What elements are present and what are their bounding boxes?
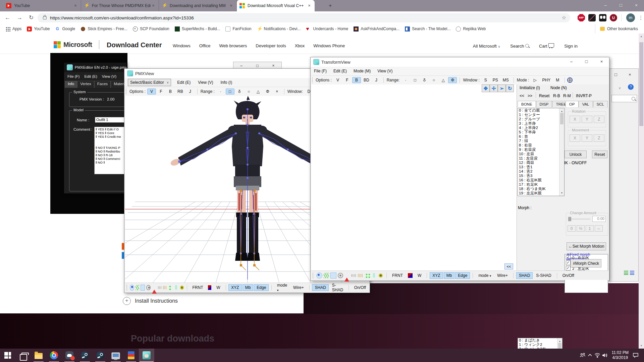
amount-preset-button[interactable]: 1 (586, 225, 594, 232)
shad-button[interactable]: SHAD (516, 272, 533, 279)
edge-button[interactable]: Edge (455, 272, 470, 279)
tray-chevron-up-icon[interactable] (586, 349, 594, 362)
bg-maximize-button[interactable]: □ (256, 63, 259, 68)
move-rotate-gizmo-icon[interactable]: ✥ (482, 84, 490, 92)
taskbar-winrar[interactable] (123, 349, 139, 362)
w-button[interactable]: W (214, 284, 223, 291)
task-view-button[interactable] (15, 349, 31, 362)
bone-list-tab[interactable]: DISP (536, 101, 552, 107)
bone-list-item[interactable]: 16 : 右足IK親 (518, 178, 559, 182)
pmx-view-menu-item[interactable]: View (V) (198, 80, 213, 85)
pmx-view-menu-item[interactable]: Info (I) (220, 80, 232, 85)
movement-axis-button[interactable]: X (570, 134, 580, 142)
reload-button[interactable]: ↻ (29, 11, 34, 24)
pmx-editor-tab[interactable]: Vertex (77, 81, 94, 88)
options-toggle[interactable]: J (186, 88, 195, 95)
color-swatch-icon[interactable] (408, 273, 413, 278)
scroll-down-icon[interactable]: ▼ (639, 344, 644, 347)
header-nav-link[interactable]: Developer tools (256, 43, 286, 48)
select-editor-dropdown[interactable]: Select/Basic Editor ∨ (128, 79, 171, 86)
bg-close-button[interactable]: × (272, 63, 275, 68)
search-button[interactable]: Search (510, 44, 529, 49)
set-morph-motion-button[interactable]: ←Set Morph Motion (567, 242, 606, 250)
tv-mode-toggle[interactable]: PHY (540, 77, 552, 83)
vertex-paint-icon[interactable] (324, 273, 329, 278)
tv-options-toggle[interactable]: V (333, 77, 342, 83)
header-nav-link[interactable]: Windows (173, 43, 191, 48)
tv-minimize-button[interactable]: – (564, 57, 579, 67)
bookmark-item[interactable]: AskFriskAndCompa... (354, 26, 399, 32)
bone-dots-icon[interactable] (365, 273, 370, 278)
tv-mode-toggle[interactable]: ▷ (531, 77, 539, 83)
volume-icon[interactable] (601, 349, 608, 362)
bookmark-item[interactable]: SCP Foundation (133, 26, 169, 32)
bookmark-item[interactable]: Apps (5, 26, 21, 32)
bone-list-item[interactable]: 6 : 首 (518, 134, 559, 139)
pmx-editor-menu-item[interactable]: Edit (E) (84, 74, 97, 78)
tab-close-icon[interactable]: × (307, 3, 312, 8)
tab-close-icon[interactable]: × (228, 3, 234, 8)
bone-list-item[interactable]: 1 : センター (518, 113, 559, 117)
pmx-editor-tab[interactable]: Info (65, 81, 77, 88)
select-radio-icon[interactable] (130, 285, 134, 291)
bookmark-item[interactable]: Search - The Model... (405, 26, 450, 32)
transform-view-menu-item[interactable]: View (V) (377, 69, 392, 73)
browser-restore-button[interactable]: □ (613, 0, 629, 11)
nav-next-button[interactable]: >> (528, 94, 532, 98)
scroll-up-icon[interactable]: ▲ (639, 35, 644, 38)
browser-tab[interactable]: Download Microsoft Visual C++ × (237, 0, 315, 11)
action-center-icon[interactable] (632, 349, 639, 362)
bookmark-item[interactable]: YouTube (27, 26, 50, 32)
range-toggle[interactable]: △ (254, 88, 263, 95)
range-toggle[interactable]: · (216, 88, 225, 95)
profile-avatar[interactable]: m (626, 13, 635, 22)
wave-icon[interactable] (158, 286, 162, 289)
movement-axis-button[interactable]: Z (594, 134, 604, 142)
vertex-paint-icon[interactable] (136, 285, 139, 290)
new-tab-button[interactable]: + (329, 3, 332, 9)
rb-button[interactable]: R-B (553, 94, 560, 98)
radio-icon[interactable] (146, 285, 150, 290)
all-microsoft-menu[interactable]: All Microsoft∨ (473, 44, 500, 49)
range-toggle[interactable]: × (273, 88, 281, 95)
eyes-extension-icon[interactable] (599, 14, 606, 21)
frag-search-input[interactable] (611, 95, 637, 102)
pmx-view-menu-item[interactable]: Edit (E) (177, 80, 191, 85)
tv-options-toggle[interactable]: F (343, 77, 352, 83)
bone-list-item[interactable]: 11 : 左目戻 (518, 156, 559, 161)
bone-list-item[interactable]: 7 : 頭 (518, 139, 559, 143)
u-extension-icon[interactable]: U (610, 14, 617, 21)
tv-window-toggle[interactable]: S (481, 77, 490, 83)
bookmark-item[interactable]: Replika Web (456, 26, 486, 32)
shad-button[interactable]: SHAD (312, 284, 328, 291)
scrollbar-thumb[interactable] (639, 42, 643, 126)
bone-list-item[interactable]: 9 : 右目戻 (518, 147, 559, 152)
amount-slider-track[interactable] (568, 219, 590, 220)
wire-button[interactable]: Wire+ (290, 284, 307, 291)
edge-button[interactable]: Edge (254, 284, 269, 291)
amount-preset-button[interactable]: 0 (568, 225, 576, 232)
bone-list-item[interactable]: 4 : 上半身2 (518, 126, 559, 130)
tv-range-toggle[interactable]: ○ (429, 77, 438, 83)
bone-list-item[interactable]: 2 : グループ (518, 117, 559, 121)
s-shad-button[interactable]: S-SHAD (533, 272, 554, 279)
taskbar-discord[interactable] (62, 349, 77, 362)
site-title[interactable]: Download Center (107, 41, 162, 49)
options-toggle[interactable]: F (157, 88, 165, 95)
pmx-editor-titlebar[interactable]: PMXEditor EN v2.0 - uige.pmx (64, 63, 126, 72)
bone-list-item[interactable]: 5 : 下半身 (518, 130, 559, 134)
bone-list-item[interactable]: 13 : 舌1 (518, 165, 559, 169)
op-tab[interactable]: VAL (579, 101, 593, 107)
tv-options-toggle[interactable]: BD (362, 77, 371, 83)
rotate-gizmo-icon[interactable]: ↻ (506, 84, 514, 92)
range-toggle[interactable]: ○ (245, 88, 253, 95)
bone-list-item[interactable]: 0 : 全ての親 (518, 108, 559, 113)
nav-prev-button[interactable]: << (520, 94, 524, 98)
weight-grid-icon[interactable] (141, 285, 145, 291)
wifi-icon[interactable] (594, 349, 601, 362)
onoff-button[interactable]: On/Off (352, 284, 369, 291)
bone-listbox[interactable]: 0 : 全ての親1 : センター2 : グループ3 : 上半身4 : 上半身25… (518, 108, 565, 196)
movement-axis-button[interactable]: Y (582, 134, 592, 142)
browser-close-button[interactable]: × (629, 0, 644, 11)
wave-tan-icon[interactable] (163, 286, 167, 289)
